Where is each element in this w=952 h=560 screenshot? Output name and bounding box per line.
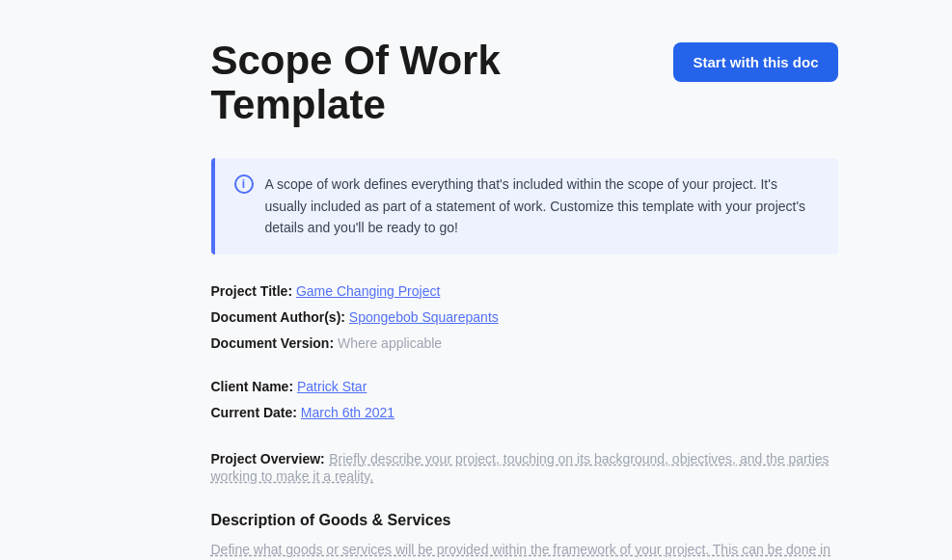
client-name-value: Patrick Star [297, 379, 367, 394]
start-button[interactable]: Start with this doc [673, 42, 837, 82]
goods-services-section: Description of Goods & Services Define w… [211, 512, 838, 560]
info-box-text: A scope of work defines everything that'… [265, 173, 819, 238]
project-title-label: Project Title: [211, 283, 293, 299]
document-authors-label: Document Author(s): [211, 309, 345, 325]
current-date-label: Current Date: [211, 405, 297, 420]
document-version-label: Document Version: [211, 335, 335, 351]
client-name-label: Client Name: [211, 379, 294, 394]
document-authors-row: Document Author(s): Spongebob Squarepant… [211, 307, 838, 328]
project-title-row: Project Title: Game Changing Project [211, 281, 838, 302]
client-name-row: Client Name: Patrick Star [211, 377, 838, 397]
goods-services-placeholder: Define what goods or services will be pr… [211, 539, 838, 560]
client-section: Client Name: Patrick Star Current Date: … [211, 377, 838, 423]
project-title-value: Game Changing Project [296, 283, 440, 299]
page-title: Scope Of Work Template [211, 39, 674, 127]
goods-services-heading: Description of Goods & Services [211, 512, 838, 529]
project-overview-label: Project Overview: [211, 451, 325, 467]
document-version-value: Where applicable [338, 335, 442, 351]
header-row: Scope Of Work Template Start with this d… [211, 39, 838, 127]
current-date-value: March 6th 2021 [301, 405, 394, 420]
info-icon: i [234, 174, 254, 194]
page-container: Scope Of Work Template Start with this d… [57, 0, 896, 560]
info-box: i A scope of work defines everything tha… [211, 158, 838, 253]
current-date-row: Current Date: March 6th 2021 [211, 403, 838, 423]
overview-section: Project Overview: Briefly describe your … [211, 450, 838, 485]
metadata-section: Project Title: Game Changing Project Doc… [211, 281, 838, 354]
document-authors-value: Spongebob Squarepants [349, 309, 499, 325]
document-version-row: Document Version: Where applicable [211, 333, 838, 354]
